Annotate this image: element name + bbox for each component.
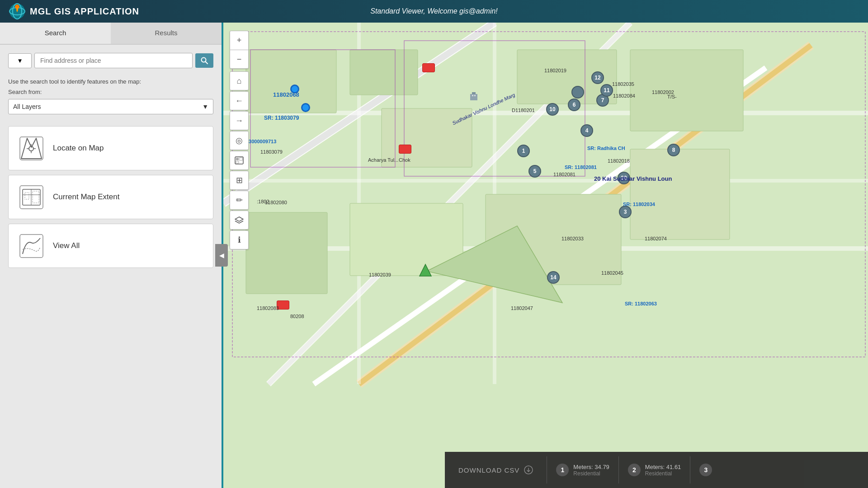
svg-rect-38 — [630, 50, 743, 131]
sidebar-collapse-button[interactable]: ◀ — [215, 244, 228, 267]
svg-rect-47 — [236, 161, 239, 163]
result-items: 1 Meters: 34.79 Residential 2 Meters: 41… — [547, 456, 868, 483]
back-button[interactable]: ← — [230, 91, 249, 110]
svg-line-5 — [206, 62, 208, 64]
overview-icon — [235, 156, 244, 164]
info-text: Use the search tool to identify features… — [8, 78, 213, 85]
view-all-label: View All — [53, 241, 80, 250]
download-csv-button[interactable]: DOWNLOAD CSV — [445, 465, 547, 474]
result-num-3: 3 — [699, 464, 712, 476]
welcome-message: Standard Viewer, Welcome gis@admin! — [370, 7, 498, 15]
locate-map-label: Locate on Map — [53, 144, 104, 153]
layers-icon — [235, 216, 244, 224]
sidebar-tabs: Search Results — [0, 23, 222, 45]
svg-rect-17 — [20, 235, 43, 258]
main-layout: Search Results ▼ Use the search tool to — [0, 23, 868, 488]
current-extent-icon — [18, 183, 45, 211]
result-info-2: Meters: 41.61 Residential — [645, 464, 681, 477]
action-cards: Locate on Map Current Map Extent — [0, 121, 222, 273]
dropdown-arrow-icon: ▼ — [17, 57, 23, 64]
tab-results[interactable]: Results — [111, 23, 222, 44]
home-button[interactable]: ⌂ — [230, 71, 249, 90]
svg-rect-32 — [350, 50, 418, 95]
layer-dropdown[interactable]: All Layers ▼ — [8, 99, 213, 114]
bottom-bar: DOWNLOAD CSV 1 Meters: 34.79 Residential… — [445, 452, 868, 488]
layers-button[interactable] — [230, 211, 249, 230]
forward-button[interactable]: → — [230, 111, 249, 130]
layer-dropdown-arrow: ▼ — [202, 103, 208, 110]
map-toolbar: + − ⌂ ← → ◎ ⊞ ✏ — [230, 31, 249, 249]
overview-button[interactable] — [230, 151, 249, 170]
tab-search[interactable]: Search — [0, 23, 111, 44]
zoom-out-button[interactable]: − — [230, 50, 249, 69]
search-from-label: Search from: — [8, 89, 213, 95]
result-item-1: 1 Meters: 34.79 Residential — [547, 456, 618, 483]
download-csv-label: DOWNLOAD CSV — [458, 466, 519, 474]
app-title: MGL GIS APPLICATION — [30, 6, 139, 17]
result-info-1: Meters: 34.79 Residential — [573, 464, 609, 477]
search-dropdown-button[interactable]: ▼ — [8, 53, 32, 68]
svg-marker-7 — [21, 138, 42, 159]
svg-rect-31 — [246, 50, 336, 113]
zoom-in-button[interactable]: + — [230, 31, 249, 50]
geolocate-button[interactable]: ◎ — [230, 131, 249, 150]
result-meters-2: Meters: 41.61 — [645, 464, 681, 470]
grid-button[interactable]: ⊞ — [230, 171, 249, 190]
action-card-locate-on-map[interactable]: Locate on Map — [8, 126, 213, 170]
view-all-icon — [18, 232, 45, 259]
header: MGL GIS APPLICATION Standard Viewer, Wel… — [0, 0, 868, 23]
draw-button[interactable]: ✏ — [230, 191, 249, 210]
zoom-controls: + − — [230, 31, 249, 69]
current-extent-label: Current Map Extent — [53, 192, 119, 202]
action-card-view-all[interactable]: View All — [8, 224, 213, 268]
search-area: ▼ — [0, 45, 222, 74]
info-section: Use the search tool to identify features… — [0, 74, 222, 121]
result-type-1: Residential — [573, 470, 609, 477]
map-area[interactable]: + − ⌂ ← → ◎ ⊞ ✏ — [223, 23, 868, 488]
map-background — [223, 23, 868, 488]
search-input[interactable] — [34, 53, 193, 68]
svg-rect-45 — [236, 158, 239, 160]
result-num-1: 1 — [556, 464, 569, 476]
search-row: ▼ — [8, 53, 213, 68]
result-type-2: Residential — [645, 470, 681, 477]
action-card-current-extent[interactable]: Current Map Extent — [8, 175, 213, 219]
locate-map-icon — [18, 135, 45, 162]
result-item-3: 3 — [690, 456, 721, 483]
app-logo-icon — [9, 3, 25, 19]
svg-rect-34 — [517, 50, 617, 104]
result-meters-1: Meters: 34.79 — [573, 464, 609, 470]
search-button[interactable] — [195, 53, 213, 68]
svg-rect-35 — [246, 212, 327, 294]
svg-rect-46 — [240, 158, 242, 160]
svg-rect-39 — [630, 149, 730, 239]
svg-rect-6 — [20, 137, 43, 160]
logo-area: MGL GIS APPLICATION — [9, 3, 139, 19]
search-icon — [201, 57, 208, 64]
sidebar: Search Results ▼ Use the search tool to — [0, 23, 222, 488]
info-button[interactable]: ℹ — [230, 230, 249, 249]
layer-dropdown-value: All Layers — [13, 103, 41, 110]
result-item-2: 2 Meters: 41.61 Residential — [618, 456, 690, 483]
download-icon — [524, 465, 533, 474]
result-num-2: 2 — [628, 464, 641, 476]
